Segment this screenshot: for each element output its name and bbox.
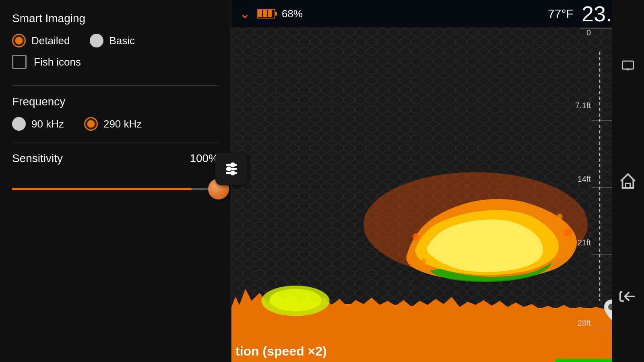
sensitivity-header: Sensitivity 100% xyxy=(12,152,219,165)
detailed-option[interactable]: Detailed xyxy=(12,34,70,47)
290khz-radio[interactable] xyxy=(84,117,98,131)
sensitivity-value: 100% xyxy=(190,152,219,165)
right-panel: ⌄ 68% 77°F 23.4ft xyxy=(231,0,644,362)
svg-point-15 xyxy=(270,289,322,311)
svg-point-20 xyxy=(557,214,563,219)
divider-2 xyxy=(12,142,219,142)
home-icon xyxy=(619,172,637,190)
settings-fab-button[interactable] xyxy=(215,153,248,185)
screen-icon xyxy=(619,60,637,72)
screen-nav-button[interactable] xyxy=(618,56,638,76)
divider-1 xyxy=(12,85,219,86)
temperature-label: 77°F xyxy=(548,7,574,21)
fish-icons-checkbox[interactable] xyxy=(12,55,27,69)
svg-point-5 xyxy=(231,171,234,175)
playback-speed-text: tion (speed ×2) xyxy=(231,344,327,359)
sonar-svg xyxy=(231,27,612,362)
smart-imaging-title: Smart Imaging xyxy=(12,12,219,25)
basic-radio[interactable] xyxy=(90,34,103,47)
sensitivity-section: Sensitivity 100% xyxy=(12,152,219,201)
home-nav-button[interactable] xyxy=(618,171,638,191)
right-nav xyxy=(612,0,644,362)
frequency-radio-group: 90 kHz 290 kHz xyxy=(12,117,219,131)
basic-option[interactable]: Basic xyxy=(90,34,135,47)
back-nav-button[interactable] xyxy=(618,286,638,306)
svg-rect-7 xyxy=(275,12,277,16)
battery-icon xyxy=(257,8,278,19)
sensitivity-slider-track[interactable] xyxy=(12,188,219,190)
290khz-option[interactable]: 290 kHz xyxy=(84,117,142,131)
svg-point-3 xyxy=(231,163,234,167)
smart-imaging-section: Smart Imaging Detailed Basic Fish icons xyxy=(12,12,219,81)
fish-icons-option[interactable]: Fish icons xyxy=(12,55,219,69)
battery-section: 68% xyxy=(257,8,303,20)
fish-icons-label: Fish icons xyxy=(34,56,81,68)
top-bar-left: ⌄ 68% xyxy=(239,7,303,20)
detailed-radio[interactable] xyxy=(12,34,26,47)
chevron-down-icon[interactable]: ⌄ xyxy=(239,7,250,20)
back-icon xyxy=(619,287,637,306)
svg-point-17 xyxy=(413,233,419,240)
290khz-label: 290 kHz xyxy=(103,118,142,130)
smart-imaging-radio-group: Detailed Basic xyxy=(12,34,219,47)
left-panel: Smart Imaging Detailed Basic Fish icons … xyxy=(0,0,231,362)
sensitivity-slider-container xyxy=(12,177,219,201)
basic-label: Basic xyxy=(109,35,135,47)
sensitivity-slider-fill xyxy=(12,188,192,190)
sliders-icon xyxy=(223,161,239,177)
battery-percent-label: 68% xyxy=(282,8,303,20)
sonar-area: 0 7.1ft 14ft 21ft 28ft tion (speed ×2) xyxy=(231,27,644,362)
frequency-section: Frequency 90 kHz 290 kHz xyxy=(12,95,219,138)
svg-point-19 xyxy=(421,258,426,263)
svg-rect-9 xyxy=(263,10,267,17)
svg-point-4 xyxy=(227,167,230,171)
detailed-label: Detailed xyxy=(31,35,70,47)
90khz-option[interactable]: 90 kHz xyxy=(12,117,64,131)
sensitivity-title: Sensitivity xyxy=(12,152,63,165)
svg-rect-10 xyxy=(268,10,272,17)
svg-point-18 xyxy=(564,228,572,237)
90khz-radio[interactable] xyxy=(12,117,26,131)
svg-rect-28 xyxy=(622,61,634,69)
top-bar: ⌄ 68% 77°F 23.4ft xyxy=(231,0,644,27)
90khz-label: 90 kHz xyxy=(31,118,64,130)
svg-rect-8 xyxy=(258,10,262,17)
frequency-title: Frequency xyxy=(12,95,219,108)
